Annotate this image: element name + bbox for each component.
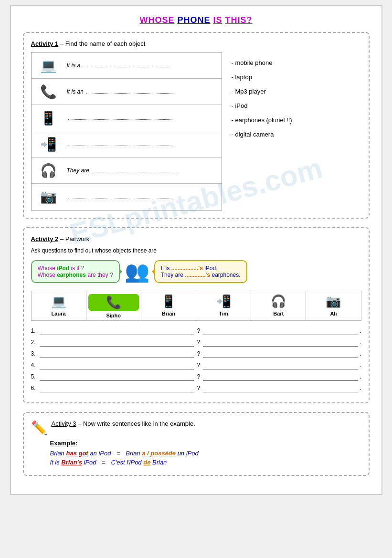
- table-row: 📞 It is an: [32, 79, 222, 105]
- activity1-table: 💻 It is a 📞 It is an 📱: [31, 52, 222, 211]
- activity1-section: Activity 1 – Find the name of each objec…: [23, 32, 370, 219]
- object-name-tim: Tim: [198, 311, 249, 316]
- title-is: IS: [213, 15, 222, 25]
- qa-line-4: 4. ? .: [31, 361, 361, 369]
- qa-sep-2: ?: [197, 339, 200, 346]
- object-name-laura: Laura: [33, 311, 84, 316]
- qa-question-3[interactable]: [40, 349, 194, 358]
- laptop-object-icon: 💻: [33, 294, 84, 309]
- qa-answer-5[interactable]: [203, 372, 358, 381]
- table-row: 🎧 They are: [32, 158, 222, 184]
- qa-question-4[interactable]: [40, 361, 194, 369]
- speech-bubble-right: It is .................'s iPod. They are…: [154, 260, 247, 283]
- title-whose: WHOSE: [139, 15, 174, 25]
- dialog-area: Whose iPod is it ? Whose earphones are t…: [31, 260, 361, 283]
- activity2-section: Activity 2 – Pairwork Ask questions to f…: [23, 227, 370, 403]
- qa-question-5[interactable]: [40, 372, 194, 381]
- qa-line-3: 3. ? .: [31, 349, 361, 358]
- qa-sep-4: ?: [197, 362, 200, 368]
- laptop-icon: 💻: [34, 58, 63, 74]
- activity3-number: Activity 3: [52, 420, 76, 427]
- activity2-label: Activity 2 – Pairwork: [31, 235, 361, 242]
- camera-object-icon: 📷: [308, 294, 359, 309]
- example-line-2: It is Brian's iPod = C'est l'iPod de Bri…: [50, 459, 361, 466]
- row2-text: It is an: [63, 88, 219, 95]
- qa-end-2: .: [360, 339, 361, 346]
- qa-sep-5: ?: [197, 373, 200, 380]
- vocab-item: - digital camera: [232, 128, 361, 141]
- qa-sep-3: ?: [197, 350, 200, 357]
- row1-input[interactable]: [84, 67, 170, 67]
- qa-line-6: 6. ? .: [31, 384, 361, 392]
- mp3-object-icon: 📱: [143, 294, 194, 309]
- row5-text: They are: [63, 167, 219, 174]
- bubble-left-line2: Whose earphones are they ?: [38, 272, 113, 278]
- bubble-right-line2: They are .............'s earphones.: [161, 272, 241, 278]
- mp3-icon: 📱: [34, 110, 63, 126]
- qa-answer-6[interactable]: [203, 384, 358, 392]
- example-line-1: Brian has got an iPod = Brian a / possèd…: [50, 450, 361, 457]
- pencil-icon: ✏️: [31, 420, 48, 436]
- row3-text: [63, 115, 219, 121]
- activity3-label-text: Activity 3 – Now write sentences like in…: [52, 420, 195, 427]
- qa-line-5: 5. ? .: [31, 372, 361, 381]
- activity2-number: Activity 2: [31, 235, 59, 242]
- qa-end-5: .: [360, 373, 361, 380]
- people-icon: 👥: [125, 260, 149, 283]
- phone-object-icon: 📞: [88, 294, 139, 311]
- table-row: 📲: [32, 131, 222, 158]
- object-cell-brian: 📱 Brian: [141, 291, 196, 320]
- qa-num-1: 1.: [31, 327, 40, 334]
- qa-question-1[interactable]: [40, 326, 194, 335]
- qa-line-1: 1. ? .: [31, 326, 361, 335]
- title-this: THIS?: [225, 15, 253, 25]
- object-name-sipho: Sipho: [88, 313, 139, 318]
- speech-bubble-left: Whose iPod is it ? Whose earphones are t…: [31, 260, 120, 283]
- object-cell-tim: 📲 Tim: [196, 291, 251, 320]
- row5-input[interactable]: [92, 172, 178, 172]
- qa-end-1: .: [360, 327, 361, 334]
- qa-sep-6: ?: [197, 385, 200, 391]
- qa-answer-1[interactable]: [203, 326, 358, 335]
- activity3-section: ✏️ Activity 3 – Now write sentences like…: [23, 412, 370, 476]
- ipod-object-icon: 📲: [198, 294, 249, 309]
- row6-text: [63, 194, 219, 200]
- qa-num-6: 6.: [31, 385, 40, 391]
- row4-text: [63, 141, 219, 147]
- qa-question-6[interactable]: [40, 384, 194, 392]
- page-title: WHOSE PHONE IS THIS?: [23, 15, 370, 25]
- qa-end-6: .: [360, 385, 361, 391]
- row2-input[interactable]: [86, 93, 172, 94]
- row6-input[interactable]: [68, 199, 173, 199]
- object-cell-sipho: 📞 Sipho: [86, 291, 141, 320]
- activity1-number: Activity 1: [31, 40, 59, 47]
- vocab-item: - laptop: [232, 71, 361, 84]
- qa-end-4: .: [360, 362, 361, 368]
- vocab-item: - iPod: [232, 100, 361, 112]
- row4-input[interactable]: [68, 146, 173, 146]
- object-cell-bart: 🎧 Bart: [251, 291, 306, 320]
- qa-answer-2[interactable]: [203, 338, 358, 347]
- ipod-icon: 📲: [34, 137, 63, 152]
- table-row: 💻 It is a: [32, 53, 222, 79]
- object-cell-ali: 📷 Ali: [306, 291, 360, 320]
- row3-input[interactable]: [68, 119, 173, 120]
- objects-grid: 💻 Laura 📞 Sipho 📱 Brian 📲 Tim 🎧 Bart 📷: [31, 291, 361, 321]
- qa-lines: 1. ? . 2. ? . 3. ? . 4.: [31, 326, 361, 392]
- object-name-brian: Brian: [143, 311, 194, 316]
- phone-icon: 📞: [34, 84, 63, 100]
- worksheet-page: ESLprintables.com WHOSE PHONE IS THIS? A…: [10, 5, 382, 495]
- bubble-left-line1: Whose iPod is it ?: [38, 265, 113, 272]
- qa-answer-3[interactable]: [203, 349, 358, 358]
- qa-answer-4[interactable]: [203, 361, 358, 369]
- table-row: 📱: [32, 105, 222, 131]
- qa-sep-1: ?: [197, 327, 200, 334]
- example-label: Example:: [50, 440, 361, 447]
- object-name-ali: Ali: [308, 311, 359, 316]
- vocab-item: - Mp3 player: [232, 85, 361, 98]
- qa-end-3: .: [360, 350, 361, 357]
- activity1-content: 💻 It is a 📞 It is an 📱: [31, 52, 361, 211]
- qa-num-3: 3.: [31, 350, 40, 357]
- vocab-item: - mobile phone: [232, 57, 361, 69]
- qa-question-2[interactable]: [40, 338, 194, 347]
